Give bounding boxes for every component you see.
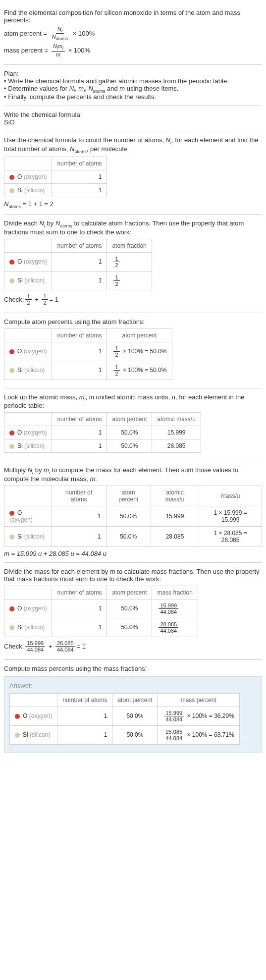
mass-percent-formula: mass percent = Nimi m × 100% bbox=[4, 43, 262, 57]
atomic-mass-section: Look up the atomic mass, mi, in unified … bbox=[4, 388, 262, 462]
atom-fraction-check: Check: 12 + 12 = 1 bbox=[4, 293, 262, 306]
plan-bullet-1: • Write the chemical formula and gather … bbox=[4, 77, 262, 85]
silicon-dot-icon bbox=[15, 733, 20, 738]
table-row: O (oxygen) 1 bbox=[4, 170, 107, 184]
mass-calc-section: Multiply Ni by mi to compute the mass fo… bbox=[4, 461, 262, 563]
atomic-mass-text: Look up the atomic mass, mi, in unified … bbox=[4, 393, 262, 410]
formula-section: Write the chemical formula: SiO bbox=[4, 106, 262, 131]
atom-fraction-text: Divide each Ni by Natoms to calculate at… bbox=[4, 219, 262, 236]
silicon-dot-icon bbox=[9, 535, 14, 540]
mass-fraction-table: number of atomsatom percentmass fraction… bbox=[4, 586, 198, 637]
table-row: O (oxygen) 1 50.0% 15.999 bbox=[4, 426, 201, 439]
natoms-total: Natoms = 1 + 1 = 2 bbox=[4, 200, 262, 209]
table-row: Si (silicon) 1 50.0% 28.08544.084 bbox=[4, 618, 198, 637]
plan-bullet-2: • Determine values for Ni, mi, Natoms an… bbox=[4, 85, 262, 94]
answer-label: Answer: bbox=[9, 682, 257, 689]
table-row: O (oxygen) 1 12 bbox=[4, 252, 152, 271]
molecular-mass: m = 15.999 u + 28.085 u = 44.084 u bbox=[4, 550, 262, 557]
oxygen-dot-icon bbox=[9, 175, 14, 180]
table-row: O (oxygen) 1 50.0% 15.999 1 × 15.999 = 1… bbox=[4, 506, 262, 526]
silicon-dot-icon bbox=[9, 188, 14, 193]
oxygen-dot-icon bbox=[9, 260, 14, 265]
table-row: O (oxygen) 1 12 × 100% = 50.0% bbox=[4, 342, 172, 361]
oxygen-dot-icon bbox=[9, 606, 14, 611]
table-row: Si (silicon) 1 50.0% 28.08544.084 × 100%… bbox=[10, 725, 240, 744]
atom-fraction-section: Divide each Ni by Natoms to calculate at… bbox=[4, 215, 262, 313]
answer-box: Answer: number of atomsatom percentmass … bbox=[4, 676, 262, 753]
answer-table: number of atomsatom percentmass percent … bbox=[9, 693, 240, 745]
atom-percent-table: number of atomsatom percent O (oxygen) 1… bbox=[4, 328, 172, 380]
table-row: O (oxygen) 1 50.0% 15.99944.084 bbox=[4, 599, 198, 618]
mass-percent-text: Compute mass percents using the mass fra… bbox=[4, 665, 262, 672]
atom-count-section: Use the chemical formula to count the nu… bbox=[4, 131, 262, 215]
atom-percent-section: Compute atom percents using the atom fra… bbox=[4, 313, 262, 388]
table-row: Si (silicon) 1 12 bbox=[4, 271, 152, 290]
intro-section: Find the elemental composition for silic… bbox=[4, 4, 262, 65]
oxygen-dot-icon bbox=[9, 349, 14, 354]
table-row: Si (silicon) 1 50.0% 28.085 bbox=[4, 439, 201, 453]
mass-fraction-text: Divide the mass for each element by m to… bbox=[4, 568, 262, 583]
atomic-mass-table: number of atomsatom percentatomic mass/u… bbox=[4, 412, 201, 453]
mass-fraction-check: Check: 15.99944.084 + 28.08544.084 = 1 bbox=[4, 640, 262, 653]
atom-percent-text: Compute atom percents using the atom fra… bbox=[4, 318, 262, 326]
formula-label: Write the chemical formula: bbox=[4, 111, 262, 118]
atom-fraction-table: number of atomsatom fraction O (oxygen) … bbox=[4, 239, 152, 290]
atom-percent-formula: atom percent = Ni Natoms × 100% bbox=[4, 26, 262, 41]
table-row: Si (silicon) 1 50.0% 28.085 1 × 28.085 =… bbox=[4, 526, 262, 546]
oxygen-dot-icon bbox=[9, 431, 14, 436]
oxygen-dot-icon bbox=[15, 714, 20, 719]
intro-text: Find the elemental composition for silic… bbox=[4, 9, 262, 24]
silicon-dot-icon bbox=[9, 625, 14, 630]
mass-calc-text: Multiply Ni by mi to compute the mass fo… bbox=[4, 466, 262, 483]
chemical-formula: SiO bbox=[4, 118, 262, 126]
silicon-dot-icon bbox=[9, 444, 14, 449]
atom-count-text: Use the chemical formula to count the nu… bbox=[4, 136, 262, 154]
silicon-dot-icon bbox=[9, 278, 14, 283]
table-row: Si (silicon) 1 12 × 100% = 50.0% bbox=[4, 361, 172, 380]
table-row: O (oxygen) 1 50.0% 15.99944.084 × 100% =… bbox=[10, 707, 240, 725]
oxygen-dot-icon bbox=[9, 511, 14, 516]
atom-count-table: number of atoms O (oxygen) 1 Si (silicon… bbox=[4, 157, 107, 197]
mass-calc-table: number of atomsatom percentatomic mass/u… bbox=[4, 486, 262, 547]
silicon-dot-icon bbox=[9, 368, 14, 373]
plan-header: Plan: bbox=[4, 70, 262, 77]
mass-fraction-section: Divide the mass for each element by m to… bbox=[4, 563, 262, 660]
plan-bullet-3: • Finally, compute the percents and chec… bbox=[4, 93, 262, 101]
plan-section: Plan: • Write the chemical formula and g… bbox=[4, 65, 262, 107]
table-row: Si (silicon) 1 bbox=[4, 184, 107, 197]
mass-percent-section: Compute mass percents using the mass fra… bbox=[4, 660, 262, 758]
